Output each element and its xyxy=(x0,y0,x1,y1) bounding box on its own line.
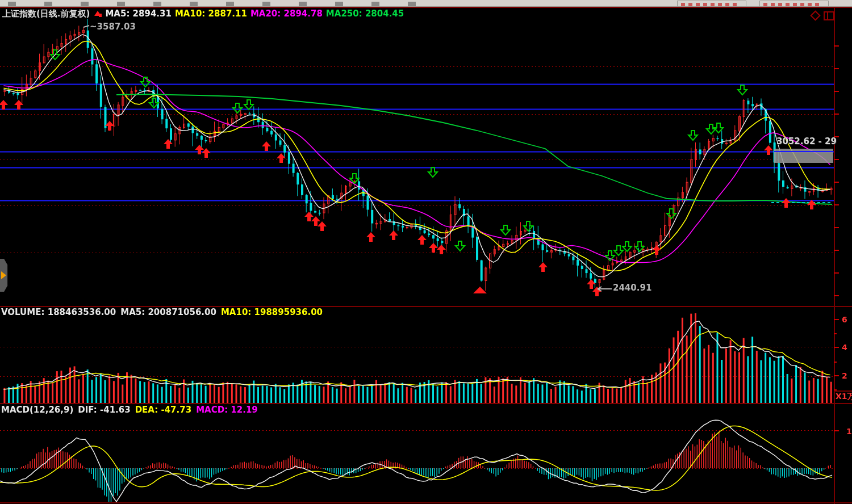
peak-price-label: ~3587.03 xyxy=(90,22,136,32)
quote-fragment-box-2 xyxy=(759,1,829,7)
volume-ma10-readout: MA10: 198895936.00 xyxy=(221,307,323,317)
macd-formula: MACD(12,26,9) xyxy=(1,405,73,415)
blue-level-through-box xyxy=(774,151,833,152)
symbol-title: 上证指数(日线.前复权) xyxy=(2,9,90,19)
trough-price-label: 2440.91 xyxy=(613,283,651,293)
sidebar-expand-handle[interactable] xyxy=(0,259,7,292)
dif-readout: DIF: -41.63 xyxy=(78,405,130,415)
volume-ma5-readout: MA5: 200871056.00 xyxy=(120,307,216,317)
ma10-readout: MA10: 2887.11 xyxy=(175,9,247,19)
split-pane-divider xyxy=(827,12,828,19)
ma5-readout: MA5: 2894.31 xyxy=(105,9,172,19)
macd-readout: MACD: 12.19 xyxy=(196,405,258,415)
quote-red-digits-1 xyxy=(681,3,739,6)
dea-readout: DEA: -47.73 xyxy=(135,405,191,415)
main-chart-header: 上证指数(日线.前复权)MA5: 2894.31MA10: 2887.11MA2… xyxy=(2,9,407,19)
quote-fragment-box-1 xyxy=(677,1,746,7)
split-pane-icon[interactable] xyxy=(824,11,834,20)
volume-readout: VOLUME: 188463536.00 xyxy=(1,307,116,317)
price-range-label: 3052.62 - 29 xyxy=(776,136,851,146)
price-range-highlight-box xyxy=(774,149,833,163)
quote-red-digits-2 xyxy=(763,3,821,6)
chart-application-window: 上证指数(日线.前复权)MA5: 2894.31MA10: 2887.11MA2… xyxy=(0,0,852,504)
macd-pane-header: MACD(12,26,9)DIF: -41.63DEA: -47.73MACD:… xyxy=(1,405,262,415)
expand-arrow-icon xyxy=(1,271,6,279)
menu-text-fragments xyxy=(8,2,440,6)
ma20-readout: MA20: 2894.78 xyxy=(250,9,323,19)
trend-up-arrow-icon xyxy=(94,11,101,16)
volume-pane-header: VOLUME: 188463536.00MA5: 200871056.00MA1… xyxy=(1,307,327,317)
top-toolbar-strip xyxy=(0,0,852,7)
ma250-readout: MA250: 2804.45 xyxy=(326,9,404,19)
stock-chart-canvas[interactable] xyxy=(0,0,852,504)
